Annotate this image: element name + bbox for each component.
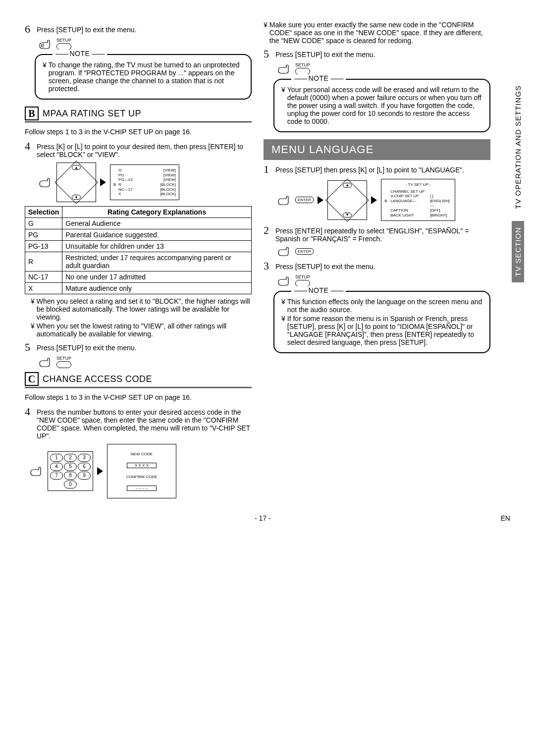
step-1m: 1 Press [SETUP] then press [K] or [L] to… xyxy=(264,164,490,175)
hand-setup-row: SETUP xyxy=(39,38,252,50)
page-footer: - 17 - EN xyxy=(25,514,510,522)
step-text: Press [SETUP] to exit the menu. xyxy=(275,49,490,58)
arrow-right-icon xyxy=(100,178,106,186)
bullet-icon: ¥ xyxy=(281,86,285,125)
side-tab-tvsection: TV SECTION xyxy=(512,221,524,282)
section-b-header: B MPAA RATING SET UP xyxy=(25,107,252,120)
diagram-row-language: ENTER ▲ ▼ - TV SET UP -CHANNEL SET UPV-C… xyxy=(277,179,490,221)
setup-label: SETUP xyxy=(56,356,71,361)
bullet-icon: ¥ xyxy=(264,21,268,45)
rating-table: Selection Rating Category Explanations G… xyxy=(25,206,252,294)
bullet-icon: ¥ xyxy=(43,61,47,93)
keypad-key: 3 xyxy=(78,454,91,462)
note-box-1: —— NOTE —— ¥ To change the rating, the T… xyxy=(35,54,252,100)
rating-screen-row: X[BLOCK] xyxy=(113,192,176,197)
pointing-hand-icon xyxy=(30,466,44,477)
new-code-label: NEW CODE xyxy=(131,452,153,456)
table-row: RRestricted; under 17 requires accompany… xyxy=(25,252,252,271)
step-text: Press [ENTER] repeatedly to select "ENGL… xyxy=(275,225,490,243)
setup-button-icon xyxy=(295,280,310,287)
step-3m: 3 Press [SETUP] to exit the menu. xyxy=(264,261,490,271)
tv-menu-title: - TV SET UP - xyxy=(384,182,452,187)
section-title: MPAA RATING SET UP xyxy=(43,108,141,119)
pointing-hand-icon xyxy=(39,39,53,50)
pointing-hand-icon xyxy=(277,63,291,74)
section-c-header: C CHANGE ACCESS CODE xyxy=(25,372,252,386)
table-row: NC-17No one under 17 admitted xyxy=(25,271,252,283)
tv-menu-line: CAPTION[OFF] xyxy=(384,208,452,213)
note-text: This function effects only the language … xyxy=(287,298,483,314)
arrow-right-icon xyxy=(371,196,377,204)
left-column: 6 Press [SETUP] to exit the menu. SETUP … xyxy=(25,20,252,502)
follow-text-b: Follow steps 1 to 3 in the V-CHIP SET UP… xyxy=(25,128,252,136)
hand-setup-row: SETUP xyxy=(277,274,490,287)
section-letter: B xyxy=(25,107,39,120)
diagram-row-ratings: ▲ ▼ G[VIEW]PG[VIEW]PG—13[VIEW]BR[BLOCK]N… xyxy=(39,162,252,202)
step-num: 3 xyxy=(264,261,272,271)
step-4b: 4 Press [K] or [L] to point to your desi… xyxy=(25,141,252,159)
section-title: CHANGE ACCESS CODE xyxy=(43,374,152,384)
note-text: To change the rating, the TV must be tur… xyxy=(49,61,245,93)
page-columns: 6 Press [SETUP] to exit the menu. SETUP … xyxy=(25,20,510,502)
setup-button-icon xyxy=(56,43,71,50)
step-num: 4 xyxy=(25,141,34,152)
side-tab-operation: TV OPERATION AND SETTINGS xyxy=(512,79,524,215)
bullet-b1: ¥ When you select a rating and set it to… xyxy=(31,297,252,321)
note-title: —— NOTE —— xyxy=(53,50,107,57)
step-text: Press [SETUP] to exit the menu. xyxy=(37,24,252,34)
rating-screen: G[VIEW]PG[VIEW]PG—13[VIEW]BR[BLOCK]NC—17… xyxy=(110,164,179,200)
step-text: Press [SETUP] to exit the menu. xyxy=(37,342,252,352)
rating-screen-row: BR[BLOCK] xyxy=(113,182,176,187)
arrow-right-icon xyxy=(97,467,103,475)
table-row: PGParental Guidance suggested. xyxy=(25,229,252,241)
step-5r: 5 Press [SETUP] to exit the menu. xyxy=(264,49,490,59)
keypad-key: 2 xyxy=(64,454,77,462)
tv-menu-line: BACK LIGHT[BRIGHT] xyxy=(384,213,452,218)
pointing-hand-icon xyxy=(39,357,53,368)
step-text: Press [SETUP] to exit the menu. xyxy=(275,261,490,270)
section-underline xyxy=(25,121,252,123)
rating-screen-row: G[VIEW] xyxy=(113,168,176,173)
step-text: Press [K] or [L] to point to your desire… xyxy=(37,141,252,159)
remote-dpad-icon: ▲ ▼ xyxy=(56,162,96,202)
keypad-key: 1 xyxy=(50,454,63,462)
arrow-right-icon xyxy=(318,196,323,204)
pointing-hand-icon xyxy=(39,177,53,188)
table-row: PG-13Unsuitable for children under 13 xyxy=(25,241,252,252)
keypad-key: 6 xyxy=(78,463,91,471)
step-4c: 4 Press the number buttons to enter your… xyxy=(25,406,252,440)
follow-text-c: Follow steps 1 to 3 in the V-CHIP SET UP… xyxy=(25,393,252,401)
note-text: Your personal access code will be erased… xyxy=(287,86,483,125)
side-tabs: TV OPERATION AND SETTINGS TV SECTION xyxy=(512,79,524,282)
page-number: - 17 - xyxy=(255,514,271,522)
remote-dpad-icon: ▲ ▼ xyxy=(327,180,367,220)
hand-setup-row: SETUP xyxy=(39,356,252,368)
keypad-key: 0 xyxy=(64,481,77,488)
setup-label: SETUP xyxy=(295,62,310,67)
tv-menu-line: BLANGUAGE—[ENGLISH]— xyxy=(384,199,452,208)
keypad-key: 4 xyxy=(50,463,63,471)
lang-code: EN xyxy=(501,514,510,522)
pointing-hand-icon xyxy=(277,246,291,257)
keypad-key: 9 xyxy=(78,472,91,480)
note-title: —— NOTE —— xyxy=(291,74,346,82)
hand-enter-row: ENTER xyxy=(277,246,490,257)
keypad-row: 1234567890 NEW CODE X X X X CONFIRM CODE… xyxy=(30,444,252,498)
keypad-key: 5 xyxy=(64,463,77,471)
right-column: ¥ Make sure you enter exactly the same n… xyxy=(264,20,510,502)
rating-screen-row: NC—17[BLOCK] xyxy=(113,187,176,192)
step-num: 5 xyxy=(25,342,34,353)
setup-button-icon xyxy=(56,361,71,368)
setup-button-icon xyxy=(295,68,310,75)
note-title: —— NOTE —— xyxy=(291,286,346,294)
pointing-hand-icon xyxy=(277,195,291,206)
keypad-key: 7 xyxy=(50,472,63,480)
enter-button-icon: ENTER xyxy=(295,197,314,203)
step-num: 1 xyxy=(264,164,272,175)
table-row: GGeneral Audience xyxy=(25,218,252,229)
step-num: 6 xyxy=(25,24,34,35)
setup-label: SETUP xyxy=(295,274,310,279)
code-screen: NEW CODE X X X X CONFIRM CODE – – – – xyxy=(107,444,176,498)
confirm-code-label: CONFIRM CODE xyxy=(126,475,158,479)
menu-language-banner: MENU LANGUAGE xyxy=(264,139,490,160)
